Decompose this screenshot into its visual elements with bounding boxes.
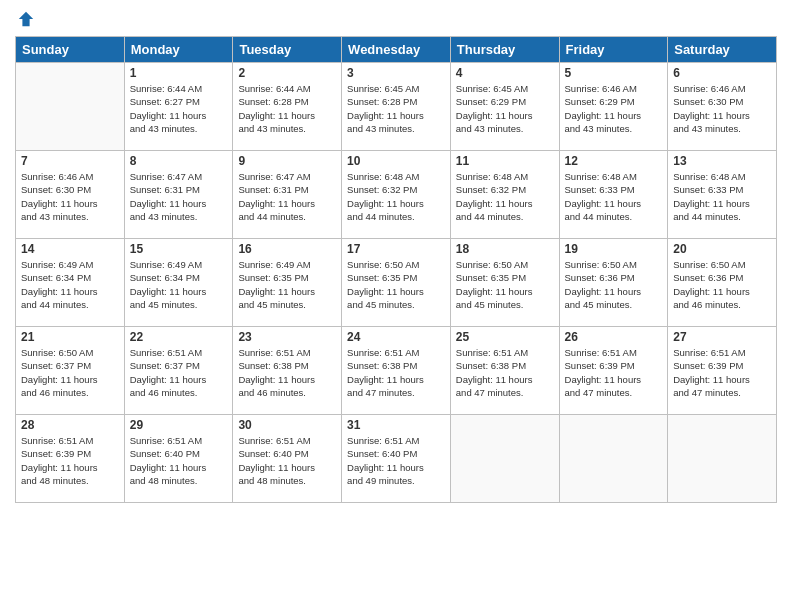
- day-number: 16: [238, 242, 336, 256]
- day-number: 14: [21, 242, 119, 256]
- table-row: 5Sunrise: 6:46 AM Sunset: 6:29 PM Daylig…: [559, 63, 668, 151]
- table-row: [16, 63, 125, 151]
- day-info: Sunrise: 6:51 AM Sunset: 6:39 PM Dayligh…: [565, 346, 663, 399]
- day-info: Sunrise: 6:47 AM Sunset: 6:31 PM Dayligh…: [130, 170, 228, 223]
- day-number: 1: [130, 66, 228, 80]
- table-row: 23Sunrise: 6:51 AM Sunset: 6:38 PM Dayli…: [233, 327, 342, 415]
- table-row: [559, 415, 668, 503]
- table-row: 2Sunrise: 6:44 AM Sunset: 6:28 PM Daylig…: [233, 63, 342, 151]
- page: Sunday Monday Tuesday Wednesday Thursday…: [0, 0, 792, 612]
- table-row: 31Sunrise: 6:51 AM Sunset: 6:40 PM Dayli…: [342, 415, 451, 503]
- calendar-week-row: 1Sunrise: 6:44 AM Sunset: 6:27 PM Daylig…: [16, 63, 777, 151]
- day-info: Sunrise: 6:51 AM Sunset: 6:40 PM Dayligh…: [347, 434, 445, 487]
- col-wednesday: Wednesday: [342, 37, 451, 63]
- table-row: 3Sunrise: 6:45 AM Sunset: 6:28 PM Daylig…: [342, 63, 451, 151]
- table-row: 13Sunrise: 6:48 AM Sunset: 6:33 PM Dayli…: [668, 151, 777, 239]
- table-row: 9Sunrise: 6:47 AM Sunset: 6:31 PM Daylig…: [233, 151, 342, 239]
- calendar-week-row: 7Sunrise: 6:46 AM Sunset: 6:30 PM Daylig…: [16, 151, 777, 239]
- table-row: 18Sunrise: 6:50 AM Sunset: 6:35 PM Dayli…: [450, 239, 559, 327]
- table-row: 22Sunrise: 6:51 AM Sunset: 6:37 PM Dayli…: [124, 327, 233, 415]
- calendar-week-row: 14Sunrise: 6:49 AM Sunset: 6:34 PM Dayli…: [16, 239, 777, 327]
- table-row: 8Sunrise: 6:47 AM Sunset: 6:31 PM Daylig…: [124, 151, 233, 239]
- day-number: 12: [565, 154, 663, 168]
- day-info: Sunrise: 6:51 AM Sunset: 6:37 PM Dayligh…: [130, 346, 228, 399]
- day-info: Sunrise: 6:50 AM Sunset: 6:35 PM Dayligh…: [347, 258, 445, 311]
- day-info: Sunrise: 6:51 AM Sunset: 6:40 PM Dayligh…: [130, 434, 228, 487]
- logo-icon: [17, 10, 35, 28]
- day-number: 23: [238, 330, 336, 344]
- day-info: Sunrise: 6:44 AM Sunset: 6:27 PM Dayligh…: [130, 82, 228, 135]
- day-number: 11: [456, 154, 554, 168]
- day-info: Sunrise: 6:51 AM Sunset: 6:40 PM Dayligh…: [238, 434, 336, 487]
- table-row: 10Sunrise: 6:48 AM Sunset: 6:32 PM Dayli…: [342, 151, 451, 239]
- day-info: Sunrise: 6:50 AM Sunset: 6:37 PM Dayligh…: [21, 346, 119, 399]
- calendar-week-row: 21Sunrise: 6:50 AM Sunset: 6:37 PM Dayli…: [16, 327, 777, 415]
- table-row: 20Sunrise: 6:50 AM Sunset: 6:36 PM Dayli…: [668, 239, 777, 327]
- table-row: 24Sunrise: 6:51 AM Sunset: 6:38 PM Dayli…: [342, 327, 451, 415]
- day-number: 27: [673, 330, 771, 344]
- day-number: 29: [130, 418, 228, 432]
- table-row: 6Sunrise: 6:46 AM Sunset: 6:30 PM Daylig…: [668, 63, 777, 151]
- day-info: Sunrise: 6:48 AM Sunset: 6:33 PM Dayligh…: [565, 170, 663, 223]
- day-number: 10: [347, 154, 445, 168]
- day-number: 22: [130, 330, 228, 344]
- day-number: 17: [347, 242, 445, 256]
- day-number: 7: [21, 154, 119, 168]
- day-info: Sunrise: 6:48 AM Sunset: 6:32 PM Dayligh…: [456, 170, 554, 223]
- day-number: 3: [347, 66, 445, 80]
- day-info: Sunrise: 6:50 AM Sunset: 6:36 PM Dayligh…: [565, 258, 663, 311]
- day-info: Sunrise: 6:51 AM Sunset: 6:38 PM Dayligh…: [238, 346, 336, 399]
- svg-marker-0: [19, 12, 33, 26]
- day-info: Sunrise: 6:51 AM Sunset: 6:39 PM Dayligh…: [21, 434, 119, 487]
- table-row: 14Sunrise: 6:49 AM Sunset: 6:34 PM Dayli…: [16, 239, 125, 327]
- col-friday: Friday: [559, 37, 668, 63]
- day-number: 21: [21, 330, 119, 344]
- day-number: 31: [347, 418, 445, 432]
- day-number: 24: [347, 330, 445, 344]
- day-info: Sunrise: 6:46 AM Sunset: 6:30 PM Dayligh…: [21, 170, 119, 223]
- table-row: 4Sunrise: 6:45 AM Sunset: 6:29 PM Daylig…: [450, 63, 559, 151]
- day-number: 30: [238, 418, 336, 432]
- day-info: Sunrise: 6:49 AM Sunset: 6:35 PM Dayligh…: [238, 258, 336, 311]
- calendar: Sunday Monday Tuesday Wednesday Thursday…: [15, 36, 777, 503]
- table-row: 12Sunrise: 6:48 AM Sunset: 6:33 PM Dayli…: [559, 151, 668, 239]
- day-info: Sunrise: 6:50 AM Sunset: 6:36 PM Dayligh…: [673, 258, 771, 311]
- day-number: 20: [673, 242, 771, 256]
- table-row: 1Sunrise: 6:44 AM Sunset: 6:27 PM Daylig…: [124, 63, 233, 151]
- day-info: Sunrise: 6:49 AM Sunset: 6:34 PM Dayligh…: [21, 258, 119, 311]
- day-info: Sunrise: 6:50 AM Sunset: 6:35 PM Dayligh…: [456, 258, 554, 311]
- day-number: 18: [456, 242, 554, 256]
- table-row: 28Sunrise: 6:51 AM Sunset: 6:39 PM Dayli…: [16, 415, 125, 503]
- table-row: 16Sunrise: 6:49 AM Sunset: 6:35 PM Dayli…: [233, 239, 342, 327]
- day-number: 25: [456, 330, 554, 344]
- day-info: Sunrise: 6:49 AM Sunset: 6:34 PM Dayligh…: [130, 258, 228, 311]
- day-number: 15: [130, 242, 228, 256]
- table-row: 21Sunrise: 6:50 AM Sunset: 6:37 PM Dayli…: [16, 327, 125, 415]
- day-info: Sunrise: 6:51 AM Sunset: 6:38 PM Dayligh…: [456, 346, 554, 399]
- table-row: [450, 415, 559, 503]
- logo: [15, 10, 35, 28]
- day-number: 8: [130, 154, 228, 168]
- day-number: 9: [238, 154, 336, 168]
- day-number: 5: [565, 66, 663, 80]
- table-row: 25Sunrise: 6:51 AM Sunset: 6:38 PM Dayli…: [450, 327, 559, 415]
- table-row: [668, 415, 777, 503]
- table-row: 11Sunrise: 6:48 AM Sunset: 6:32 PM Dayli…: [450, 151, 559, 239]
- calendar-header-row: Sunday Monday Tuesday Wednesday Thursday…: [16, 37, 777, 63]
- day-info: Sunrise: 6:51 AM Sunset: 6:39 PM Dayligh…: [673, 346, 771, 399]
- col-thursday: Thursday: [450, 37, 559, 63]
- day-number: 26: [565, 330, 663, 344]
- table-row: 27Sunrise: 6:51 AM Sunset: 6:39 PM Dayli…: [668, 327, 777, 415]
- day-info: Sunrise: 6:51 AM Sunset: 6:38 PM Dayligh…: [347, 346, 445, 399]
- day-info: Sunrise: 6:46 AM Sunset: 6:30 PM Dayligh…: [673, 82, 771, 135]
- day-number: 4: [456, 66, 554, 80]
- col-tuesday: Tuesday: [233, 37, 342, 63]
- day-info: Sunrise: 6:47 AM Sunset: 6:31 PM Dayligh…: [238, 170, 336, 223]
- day-number: 2: [238, 66, 336, 80]
- day-number: 19: [565, 242, 663, 256]
- table-row: 15Sunrise: 6:49 AM Sunset: 6:34 PM Dayli…: [124, 239, 233, 327]
- header: [15, 10, 777, 28]
- day-info: Sunrise: 6:45 AM Sunset: 6:28 PM Dayligh…: [347, 82, 445, 135]
- table-row: 26Sunrise: 6:51 AM Sunset: 6:39 PM Dayli…: [559, 327, 668, 415]
- day-info: Sunrise: 6:48 AM Sunset: 6:32 PM Dayligh…: [347, 170, 445, 223]
